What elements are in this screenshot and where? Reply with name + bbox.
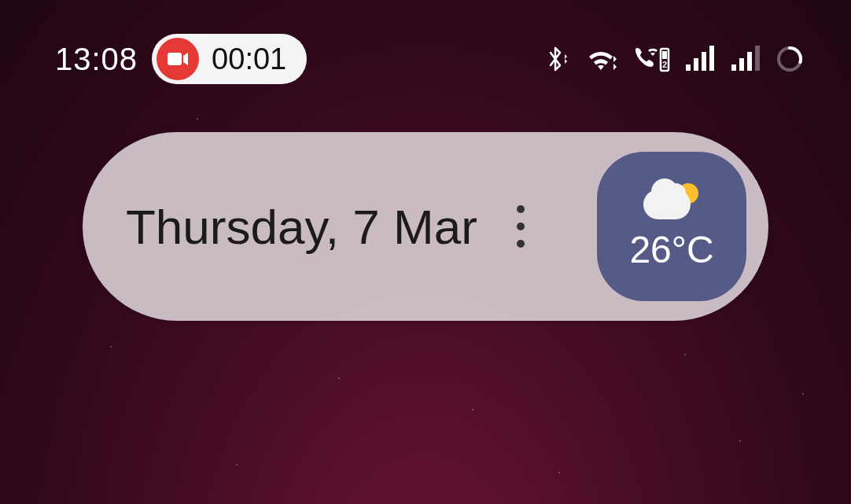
signal-1-icon bbox=[684, 46, 716, 72]
status-bar: 13:08 00:01 bbox=[0, 31, 851, 86]
more-icon[interactable] bbox=[517, 205, 525, 248]
widget-date: Thursday, 7 Mar bbox=[126, 199, 477, 255]
svg-rect-9 bbox=[694, 58, 698, 71]
svg-rect-11 bbox=[709, 46, 714, 71]
svg-rect-0 bbox=[168, 53, 182, 65]
status-right: 2 bbox=[543, 43, 804, 75]
svg-marker-3 bbox=[613, 64, 617, 70]
temperature: 26°C bbox=[629, 228, 713, 271]
recording-elapsed: 00:01 bbox=[212, 42, 286, 76]
svg-marker-1 bbox=[565, 54, 567, 59]
battery-icon bbox=[775, 45, 804, 73]
bluetooth-icon bbox=[543, 43, 569, 75]
signal-2-icon bbox=[730, 46, 761, 72]
wifi-icon bbox=[584, 45, 618, 73]
partly-cloudy-icon bbox=[640, 182, 703, 225]
clock: 13:08 bbox=[55, 42, 138, 77]
weather-chip[interactable]: 26°C bbox=[597, 152, 746, 301]
record-icon bbox=[157, 38, 199, 80]
svg-text:2: 2 bbox=[662, 60, 667, 69]
wifi-calling-icon: 2 bbox=[632, 44, 670, 74]
svg-rect-15 bbox=[755, 46, 760, 71]
svg-rect-8 bbox=[686, 64, 691, 71]
svg-rect-13 bbox=[739, 58, 744, 71]
date-weather-widget[interactable]: Thursday, 7 Mar 26°C bbox=[83, 132, 768, 321]
svg-marker-4 bbox=[613, 56, 617, 62]
svg-marker-2 bbox=[565, 59, 567, 64]
svg-rect-10 bbox=[702, 52, 706, 71]
svg-rect-14 bbox=[747, 52, 752, 71]
status-left: 13:08 00:01 bbox=[55, 34, 307, 84]
svg-rect-12 bbox=[731, 64, 736, 71]
svg-rect-6 bbox=[662, 51, 667, 59]
screen-recording-pill[interactable]: 00:01 bbox=[152, 34, 307, 84]
